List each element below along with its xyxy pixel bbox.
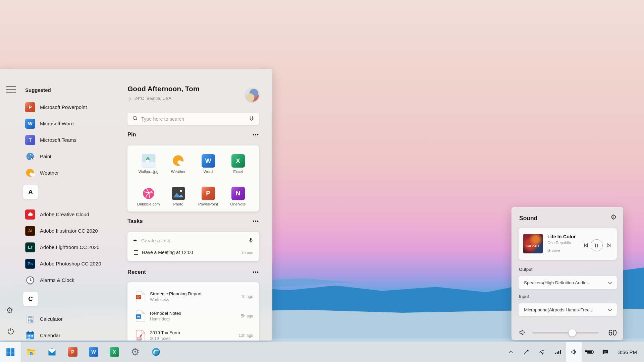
app-row-calendar[interactable]: Calendar xyxy=(21,327,127,341)
app-label: Microsoft Powerpoint xyxy=(40,104,87,110)
power-icon[interactable] xyxy=(7,327,15,337)
tray-cellular-signal[interactable] xyxy=(550,342,566,362)
tray-battery[interactable] xyxy=(582,342,597,362)
output-device-select[interactable]: Speakers(High Definition Audio... xyxy=(519,276,617,289)
tile-label: OneNote xyxy=(230,202,246,206)
recent-more-button[interactable]: ••• xyxy=(253,269,259,275)
speaker-icon[interactable] xyxy=(519,328,526,338)
pin-tile-powerpoint[interactable]: P PowerPoint xyxy=(193,187,223,212)
settings-gear-icon[interactable]: ⚙ xyxy=(6,306,13,314)
task-time: 2h ago xyxy=(241,250,253,254)
volume-slider-thumb[interactable] xyxy=(569,329,576,337)
tasks-title: Tasks xyxy=(127,218,143,224)
recent-section-header: Recent ••• xyxy=(127,269,259,275)
recent-item-row[interactable]: W Remodel Notes Home docs 5h ago xyxy=(133,306,253,326)
powerpoint-icon: P xyxy=(25,102,35,112)
taskbar-file-explorer[interactable] xyxy=(21,342,42,362)
search-icon xyxy=(132,115,138,122)
pdf-file-icon: PDF xyxy=(136,330,145,341)
output-device-value: Speakers(High Definition Audio... xyxy=(524,280,608,285)
tasks-card: + Have a Meeting at 12:00 2h ago xyxy=(127,232,259,261)
recent-item-time: 12h ago xyxy=(239,333,253,338)
pin-more-button[interactable]: ••• xyxy=(253,132,259,137)
app-label: Microsoft Word xyxy=(40,121,74,126)
search-bar[interactable] xyxy=(127,113,259,125)
pin-card: Wallpa...jpg Weather W Word X Excel Dr xyxy=(127,145,259,212)
app-row-calculator[interactable]: Calculator xyxy=(21,311,127,327)
pin-tile-excel[interactable]: X Excel xyxy=(223,154,253,179)
word-icon: W xyxy=(202,154,215,168)
dribbble-icon xyxy=(142,187,155,200)
tasks-more-button[interactable]: ••• xyxy=(253,219,259,224)
task-item-row[interactable]: Have a Meeting at 12:00 2h ago xyxy=(133,248,253,257)
taskbar-powerpoint[interactable]: P xyxy=(62,342,83,362)
volume-slider[interactable] xyxy=(532,332,599,334)
greeting-block: Good Afternoon, Tom ☼ 24°C Seattle, USA xyxy=(127,84,200,101)
temperature: 24°C xyxy=(135,96,144,101)
app-label: Microsoft Teams xyxy=(40,137,76,143)
start-button[interactable] xyxy=(0,342,21,362)
tray-notifications[interactable] xyxy=(597,342,613,362)
pin-tile-word[interactable]: W Word xyxy=(193,154,223,179)
microphone-icon[interactable] xyxy=(249,115,254,123)
pin-tile-dribbble[interactable]: Dribbble.com xyxy=(133,187,163,212)
tray-wifi[interactable] xyxy=(534,342,550,362)
sun-icon: ☼ xyxy=(127,96,132,101)
section-letter-a[interactable]: A xyxy=(23,185,38,199)
taskbar-word[interactable]: W xyxy=(83,342,104,362)
pause-button[interactable] xyxy=(591,239,603,251)
windows-logo-icon xyxy=(6,348,15,356)
avatar[interactable] xyxy=(246,88,259,102)
microphone-icon[interactable] xyxy=(248,237,253,244)
app-label: Adobe Illustrator CC 2020 xyxy=(40,228,98,234)
pin-tile-weather[interactable]: Weather xyxy=(163,154,193,179)
app-row-weather[interactable]: Weather xyxy=(21,165,127,181)
tray-pen[interactable] xyxy=(519,342,534,362)
section-letter-c[interactable]: C xyxy=(23,292,38,306)
taskbar-excel[interactable]: X xyxy=(104,342,125,362)
recent-item-title: Strategic Planning Report xyxy=(150,291,241,296)
hamburger-menu-icon[interactable] xyxy=(6,86,16,93)
app-row-illustrator[interactable]: Ai Adobe Illustrator CC 2020 xyxy=(21,223,127,239)
pen-icon xyxy=(523,349,530,355)
pin-tile-onenote[interactable]: N OneNote xyxy=(223,187,253,212)
word-icon: W xyxy=(25,119,35,129)
pin-tile-photo[interactable]: Photo xyxy=(163,187,193,212)
taskbar-clock[interactable]: 3:56 PM xyxy=(613,342,644,362)
recent-item-subtitle: 2019 Taxes xyxy=(150,336,239,341)
suggested-header: Suggested xyxy=(25,87,127,93)
recent-item-row[interactable]: P Strategic Planning Report Work docs 1h… xyxy=(133,287,253,306)
taskbar-settings[interactable]: ⚙ xyxy=(125,342,146,362)
tile-label: Wallpa...jpg xyxy=(139,170,159,174)
app-row-alarms-clock[interactable]: Alarms & Clock xyxy=(21,272,127,288)
app-label: Calculator xyxy=(40,316,63,322)
start-menu-rail: ⚙ xyxy=(0,69,21,341)
tray-volume[interactable] xyxy=(566,342,582,362)
app-row-teams[interactable]: T Microsoft Teams xyxy=(21,132,127,148)
recent-item-subtitle: Home docs xyxy=(150,317,241,321)
sound-settings-gear-icon[interactable]: ⚙ xyxy=(610,214,617,221)
recent-card: P Strategic Planning Report Work docs 1h… xyxy=(127,282,259,341)
app-row-powerpoint[interactable]: P Microsoft Powerpoint xyxy=(21,99,127,115)
app-row-paint[interactable]: Paint xyxy=(21,148,127,165)
app-row-lightroom[interactable]: Lr Adobe Lightroom CC 2020 xyxy=(21,239,127,255)
task-checkbox[interactable] xyxy=(134,250,138,255)
pin-tile-wallpaper-jpg[interactable]: Wallpa...jpg xyxy=(133,154,163,179)
app-row-photoshop[interactable]: Ps Adobe Photoshop CC 2020 xyxy=(21,255,127,272)
create-task-row[interactable]: + xyxy=(133,236,253,245)
app-row-word[interactable]: W Microsoft Word xyxy=(21,115,127,132)
taskbar-mail[interactable] xyxy=(42,342,62,362)
taskbar-edge[interactable] xyxy=(146,342,166,362)
tasks-section-header: Tasks ••• xyxy=(127,218,259,224)
tray-expand-button[interactable] xyxy=(503,342,519,362)
app-row-creative-cloud[interactable]: Adobe Creative Cloud xyxy=(21,206,127,223)
recent-item-row[interactable]: PDF 2019 Tax Form 2019 Taxes 12h ago xyxy=(133,326,253,341)
input-device-select[interactable]: Microphone(Airpods Hands-Free... xyxy=(519,303,617,316)
previous-track-icon[interactable] xyxy=(583,243,589,249)
media-artist: One Republic xyxy=(547,241,571,245)
create-task-input[interactable] xyxy=(141,238,248,243)
notification-icon xyxy=(602,349,608,355)
wifi-icon xyxy=(539,349,546,356)
search-input[interactable] xyxy=(141,116,246,122)
next-track-icon[interactable] xyxy=(606,243,611,249)
